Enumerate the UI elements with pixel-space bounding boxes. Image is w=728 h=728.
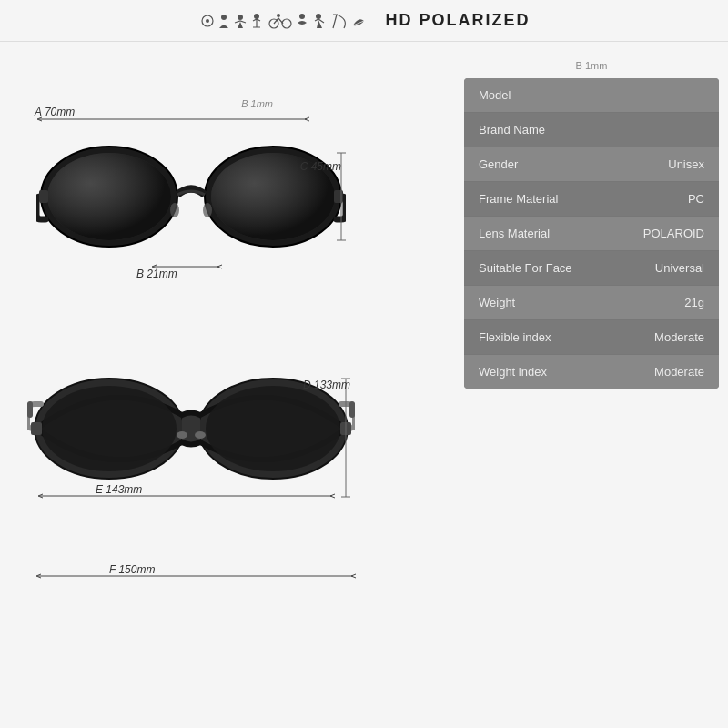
dimension-d-label: D 133mm (303, 379, 350, 391)
svg-point-30 (42, 386, 177, 471)
specs-key: Suitable For Face (479, 261, 655, 275)
svg-point-7 (277, 14, 280, 17)
svg-rect-27 (182, 415, 200, 442)
specs-row: Frame MaterialPC (464, 182, 719, 217)
svg-point-6 (282, 19, 291, 28)
specs-row: Weight indexModerate (464, 355, 719, 389)
specs-key: Lens Material (479, 227, 643, 240)
specs-row: GenderUnisex (464, 147, 719, 182)
specs-key: Weight (479, 296, 684, 309)
specs-row: Lens MaterialPOLAROID (464, 217, 719, 251)
header-icons (198, 12, 371, 30)
svg-rect-35 (349, 401, 355, 418)
specs-row: Weight21g (464, 286, 719, 320)
glasses-top-svg (27, 324, 355, 542)
specs-value: Universal (655, 261, 704, 275)
specs-value: Unisex (668, 157, 704, 171)
specs-value: PC (688, 192, 704, 206)
svg-point-4 (254, 14, 259, 19)
specs-key: Frame Material (479, 192, 688, 206)
svg-point-2 (221, 15, 227, 20)
page-container: HD POLARIZED B 1mm A 70mm (0, 0, 728, 728)
diagram-section: B 1mm A 70mm (0, 42, 455, 720)
svg-point-28 (177, 431, 187, 439)
specs-key: Gender (479, 157, 668, 171)
svg-point-1 (206, 19, 209, 23)
svg-point-8 (299, 14, 305, 19)
dimension-f-arrow (35, 570, 358, 582)
specs-key: Flexible index (479, 330, 654, 344)
svg-point-9 (316, 14, 321, 19)
dimension-b-arrow (150, 260, 223, 273)
specs-value: 21g (684, 296, 704, 309)
specs-value: —— (681, 88, 704, 102)
header-title: HD POLARIZED (386, 11, 531, 30)
specs-section: B 1mm Model——Brand NameGenderUnisexFrame… (455, 42, 728, 720)
specs-key: Weight index (479, 365, 654, 379)
specs-note: B 1mm (464, 60, 719, 71)
main-content: B 1mm A 70mm (0, 42, 728, 720)
svg-rect-34 (27, 401, 33, 418)
specs-row: Model—— (464, 78, 719, 113)
svg-point-13 (47, 153, 171, 240)
glasses-front-diagram: A 70mm (18, 60, 400, 306)
specs-row: Flexible indexModerate (464, 320, 719, 355)
specs-key: Model (479, 88, 681, 102)
svg-point-19 (170, 203, 179, 217)
activity-icons (198, 12, 371, 30)
header: HD POLARIZED (0, 0, 728, 42)
svg-point-20 (203, 203, 212, 217)
specs-row: Brand Name (464, 113, 719, 147)
specs-value: POLAROID (643, 227, 704, 240)
svg-rect-17 (39, 190, 48, 203)
glasses-front-svg (36, 124, 346, 278)
dimension-c-label: C 45mm (300, 160, 341, 173)
specs-value: Moderate (654, 365, 704, 379)
glasses-top-diagram: D 133mm E 143mm F 150mm (18, 315, 400, 597)
specs-row: Suitable For FaceUniversal (464, 251, 719, 286)
dimension-e-arrow (36, 490, 337, 502)
svg-point-31 (206, 386, 340, 471)
svg-point-29 (195, 431, 206, 439)
specs-key: Brand Name (479, 123, 704, 136)
specs-table: Model——Brand NameGenderUnisexFrame Mater… (464, 78, 719, 389)
svg-point-3 (238, 15, 243, 20)
svg-rect-32 (31, 422, 42, 435)
specs-value: Moderate (654, 330, 704, 344)
